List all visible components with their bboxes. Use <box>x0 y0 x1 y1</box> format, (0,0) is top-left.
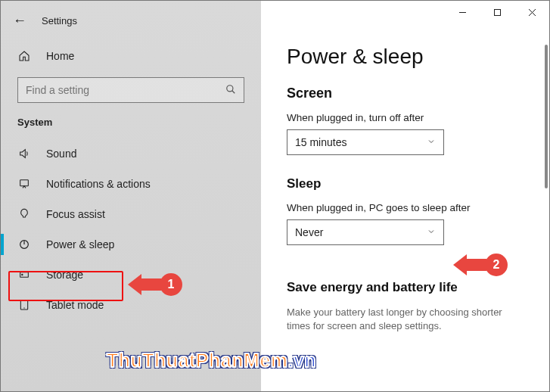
sidebar-item-label: Tablet mode <box>46 299 104 311</box>
sleep-timeout-value: Never <box>295 226 323 238</box>
sidebar: ← Settings Home System Sound <box>1 1 261 391</box>
page-title: Power & sleep <box>287 45 524 69</box>
focus-assist-icon <box>17 208 31 220</box>
power-icon <box>17 238 31 250</box>
search-input[interactable] <box>17 77 244 103</box>
sidebar-item-power-sleep[interactable]: Power & sleep <box>1 229 261 260</box>
window-title: Settings <box>42 15 77 26</box>
window-controls <box>445 1 549 23</box>
svg-rect-10 <box>494 9 500 15</box>
storage-icon <box>17 269 31 281</box>
svg-line-1 <box>232 90 235 93</box>
scrollbar[interactable] <box>545 45 548 188</box>
svg-point-0 <box>227 85 233 91</box>
settings-window: ← Settings Home System Sound <box>0 0 550 392</box>
screen-timeout-value: 15 minutes <box>295 136 346 148</box>
sidebar-item-focus-assist[interactable]: Focus assist <box>1 199 261 229</box>
sound-icon <box>17 148 31 160</box>
search-icon <box>225 84 236 97</box>
sidebar-item-home[interactable]: Home <box>1 42 261 70</box>
back-arrow-icon[interactable]: ← <box>13 13 26 29</box>
sidebar-item-label: Notifications & actions <box>46 178 151 190</box>
minimize-button[interactable] <box>445 1 480 23</box>
maximize-button[interactable] <box>480 1 514 23</box>
search-field[interactable] <box>26 84 225 96</box>
svg-rect-2 <box>20 180 29 186</box>
sidebar-item-label: Storage <box>46 269 83 281</box>
chevron-down-icon <box>427 136 436 148</box>
sidebar-item-notifications[interactable]: Notifications & actions <box>1 169 261 199</box>
screen-label: When plugged in, turn off after <box>287 112 524 123</box>
sidebar-item-label: Sound <box>46 148 76 160</box>
notifications-icon <box>17 178 31 190</box>
save-description: Make your battery last longer by choosin… <box>287 306 524 333</box>
home-icon <box>17 50 31 62</box>
titlebar: ← Settings <box>1 8 261 42</box>
main-content: Power & sleep Screen When plugged in, tu… <box>261 1 549 391</box>
section-screen-heading: Screen <box>287 86 524 101</box>
sidebar-item-sound[interactable]: Sound <box>1 138 261 169</box>
section-save-heading: Save energy and battery life <box>287 280 524 295</box>
close-button[interactable] <box>514 1 549 23</box>
sidebar-item-label: Focus assist <box>46 208 105 220</box>
screen-timeout-dropdown[interactable]: 15 minutes <box>287 129 444 155</box>
tablet-icon <box>17 299 31 311</box>
svg-point-6 <box>22 274 23 275</box>
sleep-label: When plugged in, PC goes to sleep after <box>287 202 524 213</box>
sidebar-item-tablet-mode[interactable]: Tablet mode <box>1 290 261 320</box>
chevron-down-icon <box>427 226 436 238</box>
sidebar-group-system: System <box>1 117 261 138</box>
section-sleep-heading: Sleep <box>287 176 524 191</box>
sidebar-item-label: Power & sleep <box>46 238 114 250</box>
sidebar-item-storage[interactable]: Storage <box>1 260 261 290</box>
home-label: Home <box>46 50 74 62</box>
sleep-timeout-dropdown[interactable]: Never <box>287 219 444 245</box>
